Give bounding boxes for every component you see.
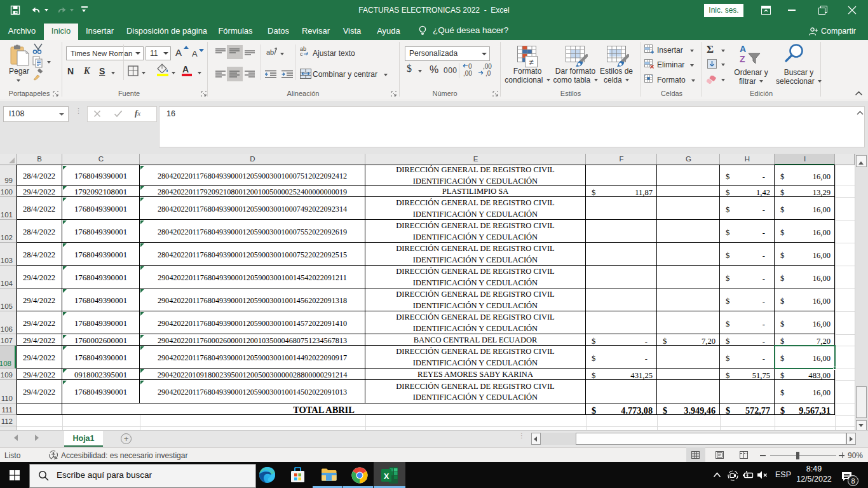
svg-text:X: X bbox=[384, 471, 390, 481]
svg-text:,00: ,00 bbox=[483, 63, 492, 70]
svg-text:ab: ab bbox=[266, 48, 274, 56]
svg-text:,0: ,0 bbox=[485, 70, 491, 77]
svg-text:Z: Z bbox=[740, 54, 745, 64]
svg-text:0: 0 bbox=[468, 63, 472, 70]
svg-text:A: A bbox=[740, 44, 746, 54]
svg-text:c: c bbox=[300, 51, 303, 57]
svg-text:,00: ,00 bbox=[463, 70, 472, 77]
